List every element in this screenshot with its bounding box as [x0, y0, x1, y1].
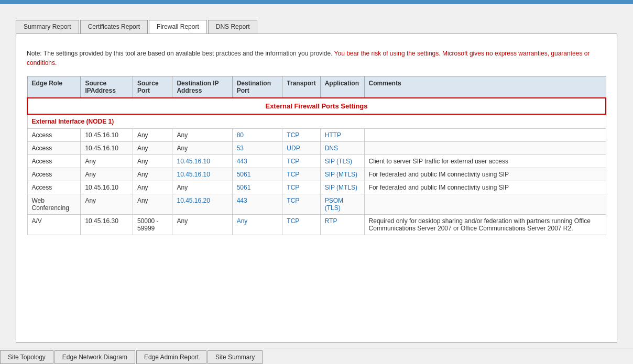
section-header-row: External Firewall Ports Settings	[27, 98, 606, 114]
cell-dest-port: 443	[232, 155, 282, 168]
interface-header-row: External Interface (NODE 1)	[27, 114, 606, 129]
note-text: Note: The settings provided by this tool…	[27, 50, 334, 57]
cell-transport: TCP	[282, 168, 320, 181]
cell-source-port: Any	[133, 142, 172, 155]
table-row: AccessAnyAny10.45.16.10443TCPSIP (TLS)Cl…	[27, 155, 606, 168]
cell-transport: TCP	[282, 181, 320, 194]
tab-summary-report[interactable]: Summary Report	[16, 20, 79, 34]
col-header: Application	[320, 76, 364, 98]
main-content: Summary ReportCertificates ReportFirewal…	[0, 4, 633, 348]
cell-dest-ip: 10.45.16.10	[172, 168, 232, 181]
cell-application: DNS	[320, 142, 364, 155]
table-row: Access10.45.16.10AnyAny53UDPDNS	[27, 142, 606, 155]
cell-comments	[364, 194, 606, 215]
cell-role: A/V	[27, 215, 81, 235]
cell-source-ip: Any	[81, 168, 133, 181]
bottom-tabs-bar: Site TopologyEdge Network DiagramEdge Ad…	[0, 348, 633, 364]
cell-role: Access	[27, 155, 81, 168]
cell-transport: TCP	[282, 129, 320, 142]
table-row: AccessAnyAny10.45.16.105061TCPSIP (MTLS)…	[27, 168, 606, 181]
page-heading	[0, 4, 633, 20]
col-header: Comments	[364, 76, 606, 98]
tabs-bar: Summary ReportCertificates ReportFirewal…	[0, 20, 633, 34]
tab-certificates-report[interactable]: Certificates Report	[80, 20, 148, 34]
cell-source-port: 50000 - 59999	[133, 215, 172, 235]
col-header: Destination Port	[232, 76, 282, 98]
cell-source-ip: Any	[81, 155, 133, 168]
cell-role: Access	[27, 129, 81, 142]
cell-comments	[364, 129, 606, 142]
cell-application: SIP (MTLS)	[320, 181, 364, 194]
cell-dest-port: 443	[232, 194, 282, 215]
report-scroll[interactable]: Note: The settings provided by this tool…	[16, 34, 617, 342]
table-body: External Firewall Ports Settings Externa…	[27, 98, 606, 235]
cell-application: SIP (MTLS)	[320, 168, 364, 181]
cell-source-ip: 10.45.16.10	[81, 129, 133, 142]
cell-comments: Required only for desktop sharing and/or…	[364, 215, 606, 235]
cell-comments	[364, 142, 606, 155]
table-row: A/V10.45.16.3050000 - 59999AnyAnyTCPRTPR…	[27, 215, 606, 235]
cell-source-ip: 10.45.16.10	[81, 142, 133, 155]
cell-source-port: Any	[133, 181, 172, 194]
cell-dest-ip: Any	[172, 129, 232, 142]
cell-role: Web Conferencing	[27, 194, 81, 215]
table-header-row: Edge RoleSource IPAddressSource PortDest…	[27, 76, 606, 98]
cell-dest-port: 5061	[232, 181, 282, 194]
cell-dest-port: 80	[232, 129, 282, 142]
cell-transport: TCP	[282, 194, 320, 215]
cell-application: HTTP	[320, 129, 364, 142]
cell-source-port: Any	[133, 194, 172, 215]
bottom-tab-site-topology[interactable]: Site Topology	[0, 350, 53, 364]
report-note: Note: The settings provided by this tool…	[27, 49, 606, 68]
cell-source-ip: 10.45.16.30	[81, 215, 133, 235]
report-area: Note: The settings provided by this tool…	[16, 34, 617, 343]
col-header: Edge Role	[27, 76, 81, 98]
cell-dest-port: Any	[232, 215, 282, 235]
cell-application: PSOM (TLS)	[320, 194, 364, 215]
cell-dest-port: 5061	[232, 168, 282, 181]
table-row: Access10.45.16.10AnyAny5061TCPSIP (MTLS)…	[27, 181, 606, 194]
cell-comments: Client to server SIP traffic for externa…	[364, 155, 606, 168]
col-header: Transport	[282, 76, 320, 98]
cell-dest-port: 53	[232, 142, 282, 155]
cell-comments: For federated and public IM connectivity…	[364, 181, 606, 194]
tab-dns-report[interactable]: DNS Report	[208, 20, 258, 34]
bottom-tab-edge-network-diagram[interactable]: Edge Network Diagram	[54, 350, 135, 364]
cell-transport: TCP	[282, 215, 320, 235]
cell-source-ip: Any	[81, 194, 133, 215]
title-bar	[0, 0, 633, 4]
bottom-tab-site-summary[interactable]: Site Summary	[208, 350, 263, 364]
bottom-tab-edge-admin-report[interactable]: Edge Admin Report	[136, 350, 206, 364]
cell-source-port: Any	[133, 155, 172, 168]
table-row: Access10.45.16.10AnyAny80TCPHTTP	[27, 129, 606, 142]
cell-role: Access	[27, 181, 81, 194]
col-header: Source Port	[133, 76, 172, 98]
cell-application: RTP	[320, 215, 364, 235]
col-header: Source IPAddress	[81, 76, 133, 98]
cell-dest-ip: Any	[172, 215, 232, 235]
cell-role: Access	[27, 168, 81, 181]
firewall-table: Edge RoleSource IPAddressSource PortDest…	[27, 76, 606, 235]
col-header: Destination IP Address	[172, 76, 232, 98]
cell-source-port: Any	[133, 129, 172, 142]
interface-header-cell: External Interface (NODE 1)	[27, 114, 606, 129]
section-header-cell: External Firewall Ports Settings	[27, 98, 606, 114]
tab-firewall-report[interactable]: Firewall Report	[149, 20, 207, 34]
cell-source-port: Any	[133, 168, 172, 181]
cell-dest-ip: 10.45.16.10	[172, 155, 232, 168]
cell-dest-ip: Any	[172, 142, 232, 155]
cell-dest-ip: Any	[172, 181, 232, 194]
cell-transport: TCP	[282, 155, 320, 168]
cell-source-ip: 10.45.16.10	[81, 181, 133, 194]
cell-application: SIP (TLS)	[320, 155, 364, 168]
cell-comments: For federated and public IM connectivity…	[364, 168, 606, 181]
cell-dest-ip: 10.45.16.20	[172, 194, 232, 215]
cell-transport: UDP	[282, 142, 320, 155]
cell-role: Access	[27, 142, 81, 155]
table-row: Web ConferencingAnyAny10.45.16.20443TCPP…	[27, 194, 606, 215]
